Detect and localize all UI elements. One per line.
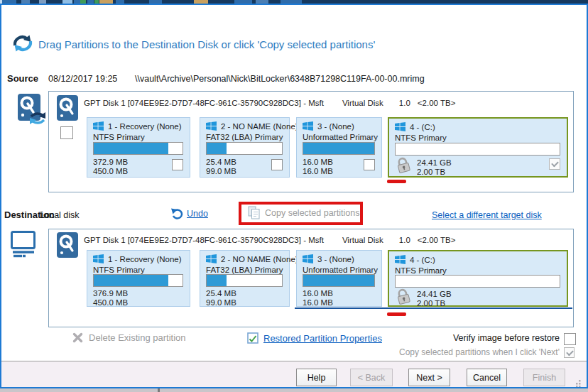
verify-image-checkbox[interactable] — [564, 333, 576, 345]
usage-bar — [395, 143, 560, 156]
partition-format: Unformatted Primary — [297, 131, 381, 141]
delete-x-icon — [72, 332, 83, 343]
windows-logo-icon — [206, 121, 217, 131]
partition-used: 372.9 MB — [93, 158, 128, 167]
back-button[interactable]: < Back — [350, 369, 393, 386]
windows-logo-icon — [206, 254, 217, 263]
partition-name: 3 - (None) — [317, 255, 354, 263]
partition-used: 25.4 MB — [206, 158, 236, 167]
bitlocker-padlock-icon — [395, 288, 412, 307]
drop-indicator-line — [295, 307, 572, 309]
next-button[interactable]: Next > — [408, 369, 450, 386]
source-partition-3-tile[interactable]: 3 - (None) Unformatted Primary 16.0 MB 1… — [296, 117, 382, 178]
usage-bar — [93, 274, 183, 287]
help-button[interactable]: Help — [296, 369, 337, 386]
select-target-disk-link[interactable]: Select a different target disk — [432, 210, 542, 220]
partition-size: 16.0 MB — [303, 298, 333, 307]
copy-on-next-checkbox[interactable] — [564, 347, 575, 358]
swap-arrows-icon — [12, 33, 33, 53]
delete-existing-partition-button[interactable]: Delete Existing partition — [72, 332, 186, 343]
partition-size: 2.00 TB — [417, 168, 452, 177]
local-computer-icon — [10, 230, 37, 258]
partition-checkbox[interactable] — [271, 159, 283, 170]
properties-icon — [247, 332, 258, 344]
screenshot-root: Drag Partitions to the Destination Disk … — [0, 0, 588, 392]
destination-media: Local disk — [40, 210, 80, 220]
source-disk-checkbox[interactable] — [60, 126, 73, 139]
source-partition-4-tile[interactable]: 4 - (C:) NTFS Primary 24.41 GB 2.00 TB — [388, 117, 568, 178]
partition-size: 99.0 MB — [206, 167, 236, 176]
partition-format: NTFS Primary — [389, 264, 567, 275]
cancel-button[interactable]: Cancel — [467, 369, 507, 386]
source-disk-header: GPT Disk 1 [074EE9E2-D7D7-48FC-961C-3579… — [84, 99, 455, 107]
partition-checkbox[interactable] — [549, 158, 560, 170]
source-partition-2-tile[interactable]: 2 - NO NAME (None) FAT32 (LBA) Primary 2… — [200, 117, 290, 178]
disk-drive-icon — [57, 232, 78, 258]
usage-bar — [303, 274, 375, 287]
finish-button[interactable]: Finish — [523, 369, 565, 386]
disk-title: GPT Disk 1 [074EE9E2-D7D7-48FC-961C-3579… — [84, 236, 324, 244]
partition-checkbox[interactable] — [364, 159, 375, 170]
bitlocker-padlock-icon — [395, 156, 412, 175]
source-image-path: \\vault\Archive\Personal\Nick\BitLocker\… — [135, 74, 425, 84]
disk-version: 1.0 — [399, 236, 410, 244]
usage-bar — [303, 142, 375, 155]
partition-size: 99.0 MB — [206, 298, 236, 307]
destination-partition-4-tile[interactable]: 4 - (C:) NTFS Primary 24.41 GB 2.00 TB — [388, 250, 568, 307]
usage-bar — [206, 274, 283, 287]
disk-capacity: <2.00 TB> — [418, 236, 456, 244]
disk-capacity: <2.00 TB> — [418, 99, 456, 107]
partition-checkbox[interactable] — [172, 159, 183, 170]
copy-icon — [248, 206, 260, 219]
partition-format: NTFS Primary — [389, 131, 567, 142]
partition-used: 16.0 MB — [303, 289, 333, 298]
partition-size: 16.0 MB — [303, 167, 333, 176]
disk-drive-icon — [57, 95, 78, 121]
undo-icon — [170, 208, 183, 219]
windows-logo-icon — [303, 254, 313, 263]
disk-type: Virtual Disk — [342, 236, 383, 244]
page-title: Drag Partitions to the Destination Disk … — [38, 38, 375, 50]
windows-logo-icon — [93, 254, 104, 263]
windows-logo-icon — [303, 121, 313, 131]
desktop-remnant-tick — [158, 388, 160, 392]
partition-used: 24.41 GB — [417, 158, 452, 168]
copy-button-label: Copy selected partitions — [265, 208, 359, 218]
partition-name: 2 - NO NAME (None) — [221, 122, 298, 131]
windows-logo-icon — [93, 121, 104, 131]
partition-used: 25.4 MB — [206, 289, 236, 298]
resize-grip[interactable] — [574, 380, 581, 387]
partition-format: FAT32 (LBA) Primary — [200, 131, 289, 141]
windows-logo-icon — [395, 255, 405, 264]
undo-label: Undo — [187, 209, 208, 219]
partition-format: FAT32 (LBA) Primary — [200, 263, 289, 274]
partition-name: 2 - NO NAME (None) — [221, 255, 298, 263]
usage-bar — [93, 142, 183, 155]
partition-format: NTFS Primary — [87, 263, 190, 274]
source-disk-icon — [17, 93, 47, 126]
partition-name: 1 - Recovery (None) — [108, 122, 182, 131]
destination-disk-header: GPT Disk 1 [074EE9E2-D7D7-48FC-961C-3579… — [84, 236, 455, 244]
usage-bar — [395, 275, 560, 288]
partition-name: 1 - Recovery (None) — [108, 255, 182, 263]
partition-size: 450.0 MB — [93, 298, 128, 307]
disk-title: GPT Disk 1 [074EE9E2-D7D7-48FC-961C-3579… — [84, 99, 324, 107]
partition-name: 3 - (None) — [317, 122, 354, 131]
destination-partition-2-tile[interactable]: 2 - NO NAME (None) FAT32 (LBA) Primary 2… — [200, 250, 290, 307]
destination-partition-1-tile[interactable]: 1 - Recovery (None) NTFS Primary 376.9 M… — [87, 250, 190, 307]
source-partition-1-tile[interactable]: 1 - Recovery (None) NTFS Primary 372.9 M… — [87, 117, 190, 178]
partition-used: 24.41 GB — [417, 290, 452, 299]
windows-logo-icon — [395, 122, 405, 131]
partition-used: 376.9 MB — [93, 289, 128, 298]
partition-name: 4 - (C:) — [410, 123, 435, 131]
undo-button[interactable]: Undo — [170, 208, 208, 219]
verify-image-label: Verify image before restore — [284, 333, 560, 343]
source-timestamp: 08/12/2017 19:25 — [48, 74, 117, 84]
partition-name: 4 - (C:) — [410, 256, 435, 264]
copy-selected-partitions-button[interactable]: Copy selected partitions — [248, 206, 359, 219]
disk-type: Virtual Disk — [342, 99, 383, 107]
usage-bar — [206, 142, 283, 155]
partition-format: Unformatted Primary — [297, 263, 381, 274]
destination-partition-3-tile[interactable]: 3 - (None) Unformatted Primary 16.0 MB 1… — [296, 250, 382, 307]
partition-used: 16.0 MB — [303, 158, 333, 167]
